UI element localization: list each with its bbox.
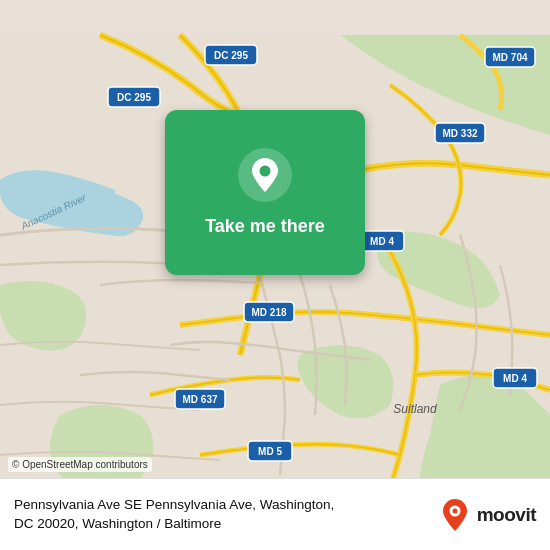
osm-attribution: © OpenStreetMap contributors (8, 457, 152, 472)
svg-text:MD 4: MD 4 (503, 373, 527, 384)
take-me-there-label: Take me there (205, 216, 325, 237)
bottom-bar: Pennsylvania Ave SE Pennsylvania Ave, Wa… (0, 478, 550, 550)
moovit-text: moovit (477, 504, 536, 526)
svg-point-22 (260, 166, 271, 177)
svg-point-24 (452, 508, 457, 513)
map-container: DC 295 DC 295 MD 704 MD 332 MD 4 MD 218 … (0, 0, 550, 550)
svg-text:MD 637: MD 637 (182, 394, 217, 405)
svg-text:MD 5: MD 5 (258, 446, 282, 457)
svg-text:DC 295: DC 295 (214, 50, 248, 61)
svg-text:DC 295: DC 295 (117, 92, 151, 103)
take-me-there-card[interactable]: Take me there (165, 110, 365, 275)
moovit-logo: moovit (437, 497, 536, 533)
svg-text:MD 218: MD 218 (251, 307, 286, 318)
moovit-pin-icon (437, 497, 473, 533)
address-block: Pennsylvania Ave SE Pennsylvania Ave, Wa… (14, 496, 425, 534)
svg-text:Suitland: Suitland (393, 402, 437, 416)
svg-text:MD 4: MD 4 (370, 236, 394, 247)
address-text: Pennsylvania Ave SE Pennsylvania Ave, Wa… (14, 496, 425, 534)
svg-text:MD 704: MD 704 (492, 52, 527, 63)
location-pin-icon (238, 148, 292, 202)
svg-text:MD 332: MD 332 (442, 128, 477, 139)
